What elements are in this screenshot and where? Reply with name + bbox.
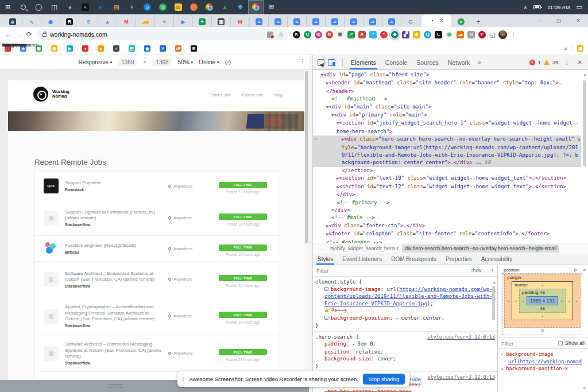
breadcrumb-item[interactable]: div.hero-search.hero-search--no-overlay.…	[402, 244, 559, 253]
job-row[interactable]: Applied Cryptographer – Authentication a…	[35, 297, 280, 335]
ext-q-blue-icon[interactable]: Q	[424, 31, 431, 38]
cast-icon[interactable]: ◱	[489, 31, 495, 38]
pinned-tab-gmail2[interactable]: M	[231, 17, 250, 27]
ext-arrow-green-icon[interactable]: ↗	[347, 31, 355, 38]
pinned-tab-doc[interactable]: ≡	[250, 17, 269, 27]
device-mode-select[interactable]: Responsive	[78, 59, 112, 65]
hide-button[interactable]: Hide	[409, 376, 421, 382]
pinned-tab-dark[interactable]: ◈	[3, 17, 22, 27]
toggle-hover-state[interactable]: :hov	[471, 267, 481, 274]
address-bar[interactable]: working-nomads.com ☆	[37, 29, 288, 40]
pinned-tab-doc[interactable]: ≡	[363, 17, 382, 27]
bookmark-cpanel[interactable]: cPcPanel	[175, 45, 181, 52]
clock[interactable]: 11:09 AM	[547, 4, 570, 10]
node-menu-icon[interactable]: ⋯	[314, 135, 317, 143]
dom-node[interactable]: ▼<div id="primary" role="main">	[313, 111, 581, 119]
computed-property[interactable]: ▸ background-position-x	[501, 365, 586, 372]
photos-app-icon[interactable]: ❖	[233, 0, 248, 14]
cortana-icon[interactable]: ◯	[31, 0, 47, 14]
more-tabs-icon[interactable]: »	[474, 59, 485, 65]
active-tab[interactable]: ▪ ✕	[421, 14, 451, 27]
ssl-lock-icon[interactable]	[42, 33, 47, 37]
site-nav-link-0[interactable]: Find a Job	[211, 92, 231, 98]
window-maximize-button[interactable]: ▢	[549, 14, 568, 27]
pinned-tab-sheets[interactable]: +	[193, 17, 212, 27]
tab-elements[interactable]: Elements	[346, 55, 381, 69]
drive-icon[interactable]: ▲	[217, 0, 233, 14]
tab-accessibility[interactable]: Accessibility	[477, 253, 517, 265]
window-close-button[interactable]: ✕	[568, 14, 588, 27]
site-nav-link-2[interactable]: Blog	[274, 92, 283, 98]
dom-node[interactable]: <!-- #main -->	[313, 214, 581, 222]
dom-node[interactable]: <!-- #primary -->	[313, 199, 581, 207]
ext-flake-icon[interactable]: *	[369, 31, 377, 38]
page-action-icon[interactable]	[267, 32, 273, 38]
inspect-element-icon[interactable]	[318, 59, 324, 66]
tab-sources[interactable]: Sources	[412, 55, 443, 69]
bookmark-amaaffiliate[interactable]: aamaaffiliate	[98, 45, 104, 52]
dom-node[interactable]: </div>	[313, 207, 581, 214]
dom-node[interactable]: <!-- #masthead -->	[313, 95, 581, 103]
dom-node[interactable]: ▼<div id="main" class="site-main">	[313, 103, 581, 111]
styles-scroll-up-icon[interactable]: ▲	[493, 279, 496, 286]
ext-camera-icon[interactable]: ◎	[315, 31, 322, 38]
bookmarks-overflow-icon[interactable]: »	[564, 45, 567, 52]
ext-pinterest-icon[interactable]: P	[478, 31, 486, 38]
tab-styles[interactable]: Styles	[313, 253, 338, 265]
ext-chart-orange-icon[interactable]: ▂▅	[457, 31, 464, 38]
elements-scrollbar-thumb[interactable]	[583, 80, 586, 166]
ext-h-gray-icon[interactable]: H	[467, 31, 475, 38]
show-all-checkbox[interactable]	[558, 341, 563, 346]
styles-filter-input[interactable]	[316, 267, 471, 274]
computed-scroll-down-icon[interactable]: ▼	[582, 386, 586, 390]
pinned-tab-pointer[interactable]: ▶	[174, 17, 193, 27]
pinned-tab-doc[interactable]: ≡	[288, 17, 307, 27]
messaging-app-icon[interactable]: ☏	[155, 0, 171, 14]
pinned-tab-circle[interactable]: ◉	[41, 17, 60, 27]
pinned-tab-google[interactable]: G	[401, 17, 420, 27]
profile-avatar[interactable]	[498, 30, 507, 39]
computed-property[interactable]: ▸ background-image	[501, 351, 586, 358]
window-minimize-button[interactable]: ─	[529, 14, 549, 27]
job-row[interactable]: Fullstack engineer (React.js/Scala)airfo…	[35, 235, 280, 261]
ext-awesome-screenshot-icon[interactable]: ◈	[391, 31, 399, 38]
pinned-tab-doc[interactable]: ≡	[307, 17, 326, 27]
mail-icon[interactable]: ✉	[264, 0, 279, 14]
job-row[interactable]: Support Engineer at Formstack (Fishers, …	[35, 200, 280, 235]
breadcrumb-item[interactable]: …	[316, 244, 327, 253]
bookmark-confluence[interactable]: ✕Confluence	[160, 45, 166, 52]
dark-app-icon[interactable]: A	[78, 0, 93, 14]
dom-node[interactable]: ⋯▶<div class="hero-search hero-search--n…	[313, 135, 581, 167]
browser-menu-icon[interactable]: ⋮	[510, 32, 516, 38]
new-style-rule-button[interactable]: +	[490, 267, 494, 274]
pinned-tab-gray[interactable]: ✦	[155, 17, 174, 27]
pinned-tab-doc[interactable]: ≡	[269, 17, 288, 27]
bookmark-copywritely[interactable]: ◩Copywritely	[129, 45, 135, 52]
dom-node[interactable]: ▶<div class="footer-cta">…</div>	[313, 222, 581, 230]
dom-node[interactable]: </div>	[313, 191, 581, 199]
skype-icon[interactable]: S	[140, 0, 155, 14]
firefox-icon[interactable]: ◠	[186, 0, 202, 14]
site-nav-link-1[interactable]: Post a Job	[242, 92, 262, 98]
job-row[interactable]: Software Architect – Embedded Systems at…	[35, 261, 280, 297]
property-checkbox[interactable]	[324, 287, 328, 291]
green-circle-tab[interactable]: ●	[451, 17, 470, 27]
pinned-tab-doc[interactable]: ≡	[345, 17, 363, 27]
dom-node[interactable]: ▶<section id="text-12" class="widget wid…	[313, 183, 581, 191]
ext-l-black-icon[interactable]: L	[435, 31, 442, 38]
viewport-width-input[interactable]: 1369	[118, 59, 137, 66]
ext-chart-purple-icon[interactable]: ▞	[402, 31, 409, 38]
page-scrollbar[interactable]	[304, 70, 309, 380]
computed-filter-input[interactable]	[501, 340, 554, 347]
ext-pick-red-icon[interactable]: A	[358, 31, 366, 38]
bookmark-star-icon[interactable]: ☆	[278, 31, 284, 38]
chrome-active-icon[interactable]	[248, 0, 264, 14]
breadcrumb-item[interactable]: #jobify_widget_search_hero-1	[327, 244, 402, 253]
edge-browser-icon[interactable]: e	[93, 0, 109, 14]
css-property[interactable]: ?>: ;	[315, 307, 495, 315]
pinned-tab-photo[interactable]: ▣	[212, 17, 231, 27]
battery-icon[interactable]	[533, 5, 541, 9]
tab-close-icon[interactable]: ✕	[439, 18, 444, 24]
device-toolbar-menu-icon[interactable]: ⋮	[299, 58, 305, 65]
pinned-tab-relaythat[interactable]: R	[60, 17, 79, 27]
